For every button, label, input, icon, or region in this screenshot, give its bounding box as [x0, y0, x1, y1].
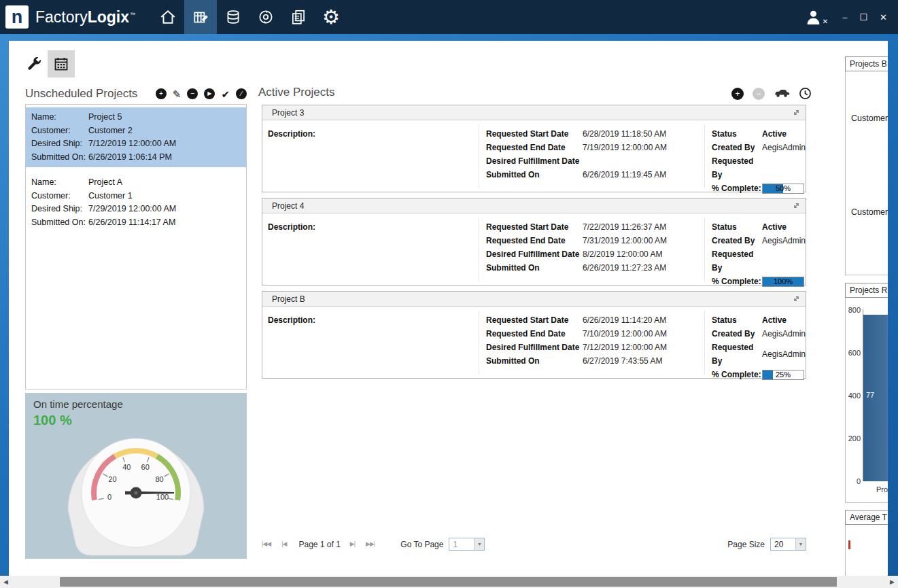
- customer-value: Customer 2: [88, 124, 133, 138]
- tab-schedule[interactable]: [48, 50, 75, 77]
- nav-materials-button[interactable]: [217, 0, 249, 34]
- edit-project-button[interactable]: ✎: [173, 89, 182, 99]
- description-label: Description:: [268, 129, 315, 139]
- submitted-on-value: 6/26/2019 11:14:17 AM: [88, 216, 175, 230]
- list-item-project-a[interactable]: Name:Project A Customer:Customer 1 Desir…: [26, 173, 246, 232]
- gauge-tick-0: 0: [107, 493, 111, 501]
- card-body: Description: Requested Start Date6/26/20…: [262, 307, 806, 379]
- goto-page-input[interactable]: 1 ▼: [449, 538, 485, 551]
- page-size-label: Page Size: [727, 540, 765, 549]
- goto-page-label: Go To Page: [400, 540, 443, 549]
- nav-production-button[interactable]: [249, 0, 282, 34]
- page-size-select[interactable]: 20 ▼: [770, 538, 806, 551]
- req-end-value: 7/31/2019 12:00:00 AM: [583, 234, 667, 247]
- next-page-button[interactable]: ▶|: [350, 541, 355, 547]
- maximize-button[interactable]: ☐: [859, 13, 867, 22]
- nav-home-button[interactable]: [152, 0, 184, 34]
- nav-planning-button[interactable]: [184, 0, 217, 34]
- created-by-value: AegisAdmin: [762, 234, 806, 247]
- car-icon: [774, 89, 790, 98]
- documents-icon: [290, 8, 307, 26]
- scroll-left-button[interactable]: ◀: [0, 576, 12, 588]
- remove-active-project-button[interactable]: −: [753, 88, 765, 100]
- projects-released-panel: Projects R 800 600 400 200 0 77 Pro: [845, 283, 888, 503]
- red-axis-mark: [848, 540, 850, 549]
- list-item-project-5[interactable]: Name:Project 5 Customer:Customer 2 Desir…: [26, 107, 246, 167]
- minimize-button[interactable]: –: [842, 13, 847, 22]
- active-projects-list: Project 3 Description: Requested Start D…: [262, 105, 806, 384]
- close-button[interactable]: ✕: [880, 13, 887, 22]
- customer-label: Customer:: [31, 190, 88, 203]
- expand-icon: [793, 109, 800, 116]
- req-end-label: Requested End Date: [486, 327, 583, 341]
- nav-settings-button[interactable]: ⚙: [315, 0, 347, 34]
- submitted-on-label: Submitted On: [486, 261, 583, 275]
- desired-fulfillment-label: Desired Fulfillment Date: [486, 341, 583, 354]
- submitted-on-label: Submitted On:: [31, 151, 88, 165]
- project-card-project-4: Project 4 Description: Requested Start D…: [262, 198, 806, 286]
- planning-grid-pencil-icon: [192, 8, 209, 26]
- projects-released-header[interactable]: Projects R: [845, 283, 888, 298]
- add-project-button[interactable]: +: [156, 88, 167, 99]
- expand-card-button[interactable]: [793, 202, 800, 209]
- history-clock-button[interactable]: [799, 87, 812, 100]
- desired-fulfillment-label: Desired Fulfillment Date: [486, 154, 583, 168]
- pencil-icon: ✎: [173, 88, 182, 100]
- scrollbar-thumb[interactable]: [60, 577, 837, 587]
- submitted-on-value: 6/26/2019 11:19:45 AM: [583, 168, 666, 181]
- req-start-value: 6/28/2019 11:18:50 AM: [583, 127, 666, 141]
- minus-icon: −: [191, 90, 195, 97]
- y-tick-600: 600: [846, 349, 861, 357]
- first-page-button[interactable]: |◀◀: [262, 541, 271, 547]
- gauge-tick-60: 60: [141, 463, 150, 471]
- clock-icon: [799, 87, 812, 100]
- x-axis-label: Pro: [876, 485, 888, 494]
- horizontal-scrollbar[interactable]: ◀ ▶: [0, 576, 898, 588]
- unscheduled-title: Unscheduled Projects: [25, 87, 137, 101]
- add-active-project-button[interactable]: +: [731, 88, 744, 100]
- remove-project-button[interactable]: −: [187, 88, 198, 99]
- progress-label: 50%: [763, 184, 804, 193]
- req-start-value: 7/22/2019 11:26:37 AM: [583, 220, 666, 234]
- scroll-right-button[interactable]: ▶: [886, 576, 898, 588]
- window-controls: – ☐ ✕: [842, 13, 887, 22]
- logout-user-button[interactable]: ✕: [805, 10, 822, 24]
- wrench-icon: [26, 56, 42, 72]
- req-start-label: Requested Start Date: [486, 127, 583, 141]
- legend-customer-1: Customer 1: [851, 207, 888, 217]
- submitted-on-label: Submitted On: [486, 354, 583, 368]
- req-start-label: Requested Start Date: [486, 313, 583, 327]
- project-name: Project 4: [272, 201, 304, 211]
- tab-configuration[interactable]: [20, 50, 48, 77]
- kit-car-button[interactable]: [774, 89, 790, 98]
- project-card-project-b: Project B Description: Requested Start D…: [262, 291, 806, 379]
- projects-by-customer-header[interactable]: Projects B: [845, 56, 888, 71]
- gauge-tick-100: 100: [156, 493, 169, 501]
- last-page-button[interactable]: ▶▶|: [366, 541, 375, 547]
- cancel-project-button[interactable]: ∕: [236, 88, 247, 99]
- created-by-value: AegisAdmin: [762, 327, 806, 341]
- desired-ship-value: 7/12/2019 12:00:00 AM: [88, 137, 176, 151]
- nav-documents-button[interactable]: [282, 0, 315, 34]
- activate-project-button[interactable]: ▶: [204, 88, 215, 99]
- status-value: Active: [762, 220, 787, 234]
- card-header: Project B: [262, 292, 806, 307]
- released-bar: 77: [863, 315, 888, 481]
- user-icon: [805, 10, 822, 24]
- average-time-header[interactable]: Average T: [845, 510, 888, 525]
- prev-page-button[interactable]: |◀: [281, 541, 286, 547]
- card-header: Project 3: [262, 105, 806, 120]
- created-by-value: AegisAdmin: [762, 141, 806, 154]
- accept-project-button[interactable]: ✔: [221, 89, 230, 99]
- project-name: Project B: [272, 294, 305, 304]
- y-tick-800: 800: [846, 306, 861, 314]
- card-body: Description: Requested Start Date7/22/20…: [262, 213, 806, 286]
- expand-card-button[interactable]: [793, 109, 800, 116]
- user-close-icon: ✕: [823, 18, 828, 25]
- materials-database-icon: [224, 8, 242, 26]
- y-tick-0: 0: [846, 477, 861, 485]
- expand-card-button[interactable]: [793, 295, 800, 302]
- requested-by-label: Requested By: [712, 341, 762, 368]
- desired-ship-label: Desired Ship:: [31, 137, 88, 151]
- desired-fulfillment-value: 7/12/2019 12:00:00 AM: [583, 341, 667, 354]
